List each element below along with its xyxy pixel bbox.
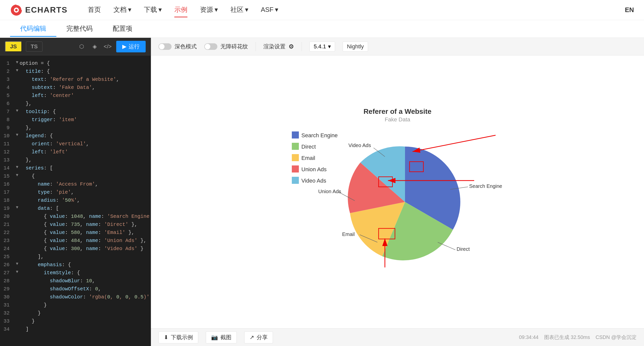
run-button[interactable]: ▶ 运行 (116, 41, 146, 52)
line-content: { value: 735, name: 'Direct' }, (20, 221, 137, 229)
download-example-button[interactable]: ⬇ 下载示例 (158, 331, 198, 343)
nav-resources[interactable]: 资源 ▾ (200, 3, 218, 17)
timestamp: 09:34:44 (519, 334, 539, 340)
line-number: 25 (2, 253, 15, 261)
editor-tabs: 代码编辑 完整代码 配置项 (0, 20, 644, 38)
line-number: 14 (2, 164, 15, 172)
line-number: 10 (2, 132, 15, 140)
screenshot-button[interactable]: 📷 截图 (206, 331, 237, 343)
dark-mode-toggle[interactable] (158, 43, 172, 50)
fold-indicator[interactable]: ▼ (15, 164, 20, 171)
line-content: data: [ (20, 204, 59, 213)
fold-indicator[interactable]: ▼ (15, 204, 20, 211)
line-content: } (20, 317, 35, 325)
line-number: 23 (2, 237, 15, 245)
gear-icon[interactable]: ⚙ (289, 43, 294, 50)
nav-home[interactable]: 首页 (88, 3, 101, 17)
code-line: 5 left: 'center' (0, 92, 151, 100)
tab-code-editor[interactable]: 代码编辑 (10, 21, 56, 37)
line-number: 16 (2, 180, 15, 188)
nav-community[interactable]: 社区 ▾ (230, 3, 248, 17)
component-icon[interactable]: ⬡ (77, 42, 86, 51)
legend-email-label: Email (301, 155, 315, 161)
ts-lang-button[interactable]: TS (26, 42, 43, 52)
line-number: 1 (2, 59, 15, 67)
code-line: 26▼ emphasis: { (0, 261, 151, 269)
line-number: 20 (2, 213, 15, 221)
code-line: 6 }, (0, 100, 151, 108)
3d-icon[interactable]: ◈ (90, 42, 99, 51)
line-content: radius: '50%', (20, 196, 80, 204)
code-icon[interactable]: </> (103, 42, 112, 51)
svg-point-2 (15, 9, 18, 11)
code-line: 33 } (0, 317, 151, 325)
logo-text: ECHARTS (25, 5, 68, 15)
render-settings-group: 渲染设置 ⚙ (263, 43, 294, 50)
line-number: 17 (2, 188, 15, 196)
nav-docs[interactable]: 文档 ▾ (113, 3, 131, 17)
chevron-down-icon: ▾ (275, 6, 278, 14)
code-area[interactable]: 1▼option = {2▼ title: {3 text: 'Referer … (0, 55, 151, 346)
tab-config[interactable]: 配置项 (103, 21, 142, 37)
code-line: 28 shadowBlur: 10, (0, 277, 151, 285)
nav-language[interactable]: EN (625, 6, 634, 14)
nav-examples[interactable]: 示例 (174, 3, 187, 17)
fold-indicator[interactable]: ▼ (15, 108, 20, 114)
nightly-badge: Nightly (343, 42, 368, 52)
line-number: 33 (2, 317, 15, 325)
pie-slices (348, 146, 460, 260)
line-content: ] (20, 325, 29, 333)
legend-direct-label: Direct (301, 144, 316, 150)
pie-chart-svg: Referer of a Website Fake Data Search En… (284, 101, 511, 283)
fold-indicator[interactable]: ▼ (15, 59, 20, 66)
code-line: 24 { value: 300, name: 'Video Ads' } (0, 245, 151, 253)
nav-download[interactable]: 下载 ▾ (144, 3, 162, 17)
legend-direct-icon (292, 143, 299, 150)
echarts-logo-icon (10, 4, 23, 16)
annotation-arrow-video (413, 135, 496, 152)
main-content: JS TS ⬡ ◈ </> ▶ 运行 1▼option = {2▼ title:… (0, 38, 644, 346)
version-selector[interactable]: 5.4.1 ▾ (309, 42, 335, 52)
line-number: 8 (2, 116, 15, 124)
chevron-down-icon: ▾ (245, 6, 248, 14)
line-number: 2 (2, 67, 15, 76)
code-line: 4 subtext: 'Fake Data', (0, 84, 151, 92)
code-line: 1▼option = { (0, 59, 151, 67)
line-content: tooltip: { (20, 108, 56, 116)
code-line: 2▼ title: { (0, 67, 151, 76)
logo-area[interactable]: ECHARTS (10, 4, 68, 16)
code-line: 13 }, (0, 156, 151, 164)
fold-indicator[interactable]: ▼ (15, 269, 20, 275)
line-content: { value: 1048, name: 'Search Engine' }, (20, 213, 151, 221)
line-content: left: 'center' (20, 92, 74, 100)
fold-indicator[interactable]: ▼ (15, 67, 20, 74)
line-number: 6 (2, 100, 15, 108)
line-content: type: 'pie', (20, 188, 74, 196)
nav-asf[interactable]: ASF ▾ (261, 3, 278, 17)
line-content: }, (20, 100, 32, 108)
label-video-ads: Video Ads (348, 143, 371, 148)
barrier-label: 无障碍花纹 (220, 43, 248, 50)
line-content: name: 'Access From', (20, 180, 98, 188)
status-info: 09:34:44 图表已生成 32.50ms CSDN @学会沉淀 (519, 334, 636, 341)
js-lang-button[interactable]: JS (5, 41, 22, 52)
line-content: orient: 'vertical', (20, 140, 89, 148)
code-line: 22 { value: 580, name: 'Email' }, (0, 229, 151, 237)
chevron-down-icon: ▾ (328, 43, 331, 50)
preview-toolbar: 深色模式 无障碍花纹 渲染设置 ⚙ 5.4.1 ▾ Nightly (151, 38, 644, 55)
fold-indicator[interactable]: ▼ (15, 132, 20, 139)
line-number: 15 (2, 172, 15, 180)
code-line: 11 orient: 'vertical', (0, 140, 151, 148)
tab-full-code[interactable]: 完整代码 (56, 21, 103, 37)
legend-union-ads-label: Union Ads (301, 166, 327, 172)
code-line: 29 shadowOffsetX: 0, (0, 285, 151, 293)
line-number: 24 (2, 245, 15, 253)
fold-indicator[interactable]: ▼ (15, 261, 20, 267)
code-line: 8 trigger: 'item' (0, 116, 151, 124)
barrier-toggle[interactable] (204, 43, 217, 50)
line-content: left: 'left' (20, 148, 68, 156)
render-label: 渲染设置 (263, 43, 286, 50)
line-content: }, (20, 124, 32, 132)
share-button[interactable]: ↗ 分享 (244, 331, 273, 343)
fold-indicator[interactable]: ▼ (15, 172, 20, 179)
